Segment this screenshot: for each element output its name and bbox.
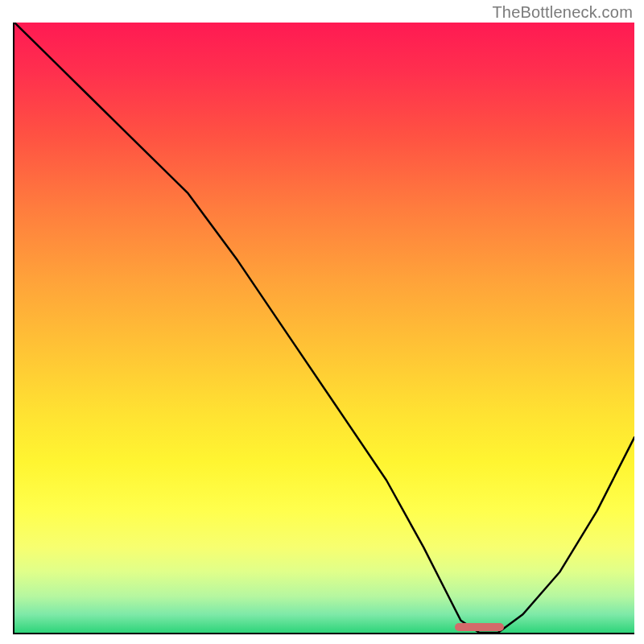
- bottleneck-curve: [14, 23, 634, 633]
- watermark-text: TheBottleneck.com: [492, 3, 633, 22]
- bottleneck-chart: TheBottleneck.com: [0, 0, 644, 644]
- optimum-marker: [455, 623, 505, 631]
- curve-path: [14, 23, 634, 633]
- plot-area: [13, 23, 634, 634]
